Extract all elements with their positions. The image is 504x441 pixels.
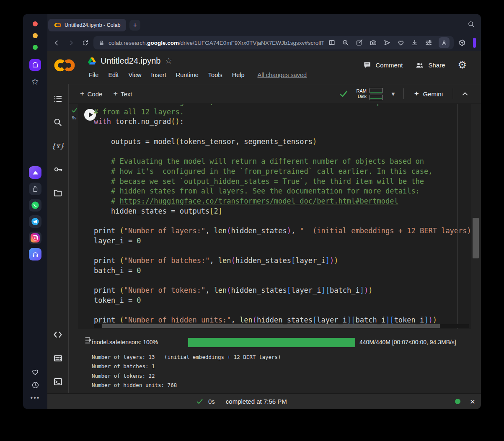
table-of-contents-icon[interactable] — [53, 94, 63, 104]
tab-bar: Untitled24.ipynb - Colab + — [47, 14, 481, 35]
output-line: Number of hidden units: 768 — [92, 381, 281, 390]
code-line[interactable]: # becase we set `output_hidden_states = … — [94, 177, 471, 187]
command-palette-icon[interactable] — [53, 353, 63, 363]
browser-tab[interactable]: Untitled24.ipynb - Colab — [48, 19, 126, 31]
bookmark-star-icon[interactable]: ✩ — [32, 77, 39, 86]
extension-cube-icon — [458, 39, 466, 46]
code-line[interactable] — [94, 127, 471, 137]
whatsapp-app-icon[interactable] — [29, 199, 41, 211]
instagram-app-icon[interactable] — [29, 232, 41, 244]
more-options-icon[interactable]: ••• — [31, 394, 40, 402]
code-line[interactable]: print ("Number of layers:", len(hidden_s… — [94, 226, 471, 236]
menu-item-view[interactable]: View — [124, 70, 145, 80]
menu-item-runtime[interactable]: Runtime — [172, 70, 202, 80]
resources-button[interactable]: RAMDisk — [357, 88, 383, 100]
code-line[interactable] — [94, 305, 471, 315]
output-line: Number of layers: 13 (initial embeddings… — [92, 353, 281, 362]
code-snippets-icon[interactable] — [53, 330, 63, 340]
forward-button[interactable] — [65, 37, 77, 49]
downloads-icon[interactable] — [411, 39, 419, 46]
shopping-bag-app-icon[interactable] — [29, 183, 41, 195]
files-folder-icon[interactable] — [53, 188, 63, 198]
code-line[interactable]: # from all 12 layers. — [94, 107, 471, 117]
code-cell[interactable]: # Run the text through BERT, and collect… — [78, 104, 471, 329]
notebook-title[interactable]: Untitled24.ipynb — [101, 56, 160, 66]
code-line[interactable]: print ("Number of tokens:", len(hidden_s… — [94, 286, 471, 296]
resources-dropdown-icon[interactable]: ▼ — [390, 91, 396, 97]
code-line[interactable]: # Evaluating the model will return a dif… — [94, 157, 471, 167]
tab-search[interactable] — [468, 21, 475, 30]
purple-app-icon[interactable] — [29, 166, 41, 179]
share-button[interactable]: Share — [415, 62, 445, 69]
colab-tab-icon — [54, 23, 62, 28]
code-line[interactable] — [94, 216, 471, 226]
code-line[interactable] — [94, 276, 471, 286]
send-to-device-icon[interactable] — [383, 39, 391, 46]
settings-sliders-icon[interactable] — [425, 39, 432, 46]
headphones-app-icon[interactable] — [29, 248, 41, 260]
collapse-toolbar-icon[interactable] — [461, 90, 469, 98]
colab-app: Untitled24.ipynb ☆ FileEditViewInsertRun… — [47, 51, 481, 409]
close-window-button[interactable] — [33, 21, 38, 26]
menu-item-tools[interactable]: Tools — [204, 70, 226, 80]
code-line[interactable] — [94, 246, 471, 256]
code-line[interactable]: batch_i = 0 — [94, 266, 471, 276]
code-line[interactable]: layer_i = 0 — [94, 236, 471, 246]
address-bar[interactable]: colab.research.google.com/drive/1UFGA74E… — [93, 36, 454, 49]
drive-icon — [88, 57, 96, 65]
back-button[interactable] — [51, 37, 62, 49]
screenshot-camera-icon[interactable] — [370, 39, 377, 46]
secrets-key-icon[interactable] — [53, 164, 63, 174]
sidebar-bottom-actions: ••• — [31, 368, 40, 409]
code-line[interactable]: # hidden states from all layers. See the… — [94, 186, 471, 196]
add-code-button[interactable]: + Code — [80, 90, 102, 98]
address-bar-actions — [328, 37, 450, 48]
code-line[interactable]: # https://huggingface.co/transformers/mo… — [94, 196, 471, 206]
autosave-status[interactable]: All changes saved — [254, 70, 311, 80]
favorites-heart-icon[interactable] — [31, 368, 39, 376]
code-line[interactable]: outputs = model(tokens_tensor, segments_… — [94, 137, 471, 147]
terminal-icon[interactable] — [53, 377, 63, 387]
reader-mode-icon[interactable] — [328, 39, 336, 46]
status-close-button[interactable]: × — [470, 397, 475, 406]
settings-gear-icon[interactable]: ⚙ — [457, 60, 467, 70]
menu-item-edit[interactable]: Edit — [104, 70, 122, 80]
telegram-app-icon[interactable] — [29, 215, 41, 228]
reload-button[interactable] — [79, 37, 91, 49]
notebook-scroll-area[interactable]: 9s # Run the text through BERT, and coll… — [69, 104, 481, 393]
workspace-icon[interactable] — [29, 59, 41, 71]
new-tab-button[interactable]: + — [129, 20, 140, 31]
code-line[interactable]: with torch.no_grad(): — [94, 117, 471, 127]
extensions-button[interactable] — [456, 37, 468, 49]
history-clock-icon[interactable] — [31, 381, 39, 389]
code-line[interactable]: print ("Number of batches:", len(hidden_… — [94, 256, 471, 266]
colab-sidebar: {x} — [47, 84, 69, 393]
code-line[interactable] — [94, 147, 471, 157]
menu-item-insert[interactable]: Insert — [147, 70, 170, 80]
sidebar-toggle-indicator[interactable] — [473, 38, 476, 48]
variables-icon[interactable]: {x} — [53, 141, 63, 151]
share-people-icon — [415, 62, 424, 69]
star-notebook-icon[interactable]: ☆ — [165, 56, 172, 66]
minimize-window-button[interactable] — [33, 33, 38, 38]
add-text-button[interactable]: + Text — [113, 90, 132, 98]
cell-horizontal-scrollbar[interactable] — [102, 324, 440, 328]
code-line[interactable]: token_i = 0 — [94, 296, 471, 306]
maximize-window-button[interactable] — [33, 45, 38, 50]
edit-page-icon[interactable] — [356, 39, 363, 46]
profile-button[interactable] — [439, 37, 450, 48]
code-line[interactable]: # Run the text through BERT, and collect… — [94, 104, 471, 107]
notebook-scrollbar[interactable] — [473, 218, 479, 258]
bookmark-heart-icon[interactable] — [397, 39, 405, 46]
zoom-icon[interactable] — [342, 39, 349, 46]
code-editor[interactable]: # Run the text through BERT, and collect… — [94, 104, 471, 325]
gemini-button[interactable]: ✦ Gemini — [410, 90, 447, 98]
code-line[interactable]: # how it's configured in the `from_pretr… — [94, 167, 471, 177]
menu-item-help[interactable]: Help — [228, 70, 248, 80]
code-line[interactable]: hidden_states = outputs[2] — [94, 206, 471, 217]
find-replace-icon[interactable] — [53, 117, 63, 127]
colab-logo[interactable] — [53, 58, 76, 74]
comment-button[interactable]: Comment — [363, 61, 403, 69]
menu-item-file[interactable]: File — [85, 70, 102, 80]
progress-info: 440M/440M [00:07<00:00, 94.3MB/s] — [359, 339, 456, 346]
